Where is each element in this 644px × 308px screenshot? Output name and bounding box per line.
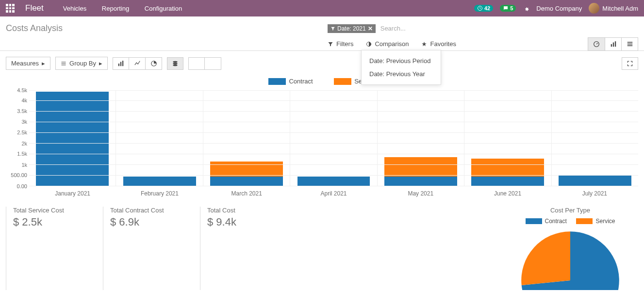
- svg-point-18: [173, 64, 177, 66]
- y-tick: 3.5k: [17, 108, 27, 114]
- filters-button[interactable]: Filters: [328, 40, 353, 48]
- chart-legend: Contract Service: [0, 76, 644, 90]
- line-chart-button[interactable]: [129, 57, 146, 70]
- company-switcher[interactable]: Demo Company: [536, 5, 582, 12]
- bar-column: [203, 90, 290, 186]
- y-tick: 0.00: [17, 183, 27, 189]
- pie-legend-service[interactable]: Service: [576, 218, 615, 225]
- pie-slice-service[interactable]: [521, 231, 570, 285]
- card-contract-cost: Total Contract Cost $ 6.9k: [103, 207, 200, 290]
- main-menu: Vehicles Reporting Configuration: [63, 5, 196, 12]
- user-menu[interactable]: Mitchell Adm: [589, 3, 638, 14]
- svg-rect-11: [62, 65, 66, 65]
- svg-point-17: [173, 63, 177, 65]
- pie-legend-contract[interactable]: Contract: [526, 218, 567, 225]
- apps-icon[interactable]: [6, 4, 15, 13]
- view-graph-button[interactable]: [605, 38, 621, 50]
- view-dashboard-button[interactable]: [588, 38, 605, 50]
- y-tick: 2k: [21, 141, 27, 146]
- stacked-button[interactable]: [167, 57, 183, 70]
- svg-rect-7: [627, 44, 632, 45]
- fullscreen-button[interactable]: [622, 57, 638, 70]
- bar-segment-contract[interactable]: [559, 175, 631, 186]
- y-tick: 3k: [21, 119, 27, 125]
- bar-segment-contract[interactable]: [297, 177, 370, 185]
- search-options-row: Filters Comparison Favorites Date: Previ…: [0, 37, 644, 50]
- bar-segment-service[interactable]: [471, 159, 544, 177]
- search-filter-chip[interactable]: Date: 2021 ✕: [328, 24, 376, 33]
- search-input[interactable]: [380, 25, 638, 32]
- measures-button[interactable]: Measures▸: [6, 57, 50, 70]
- bar-chart-button[interactable]: [113, 57, 129, 70]
- page-header: Costs Analysis Date: 2021 ✕: [0, 16, 644, 37]
- y-tick: 1k: [21, 162, 27, 168]
- swatch-icon: [526, 218, 542, 224]
- app-brand[interactable]: Fleet: [25, 3, 44, 13]
- favorites-button[interactable]: Favorites: [421, 40, 456, 48]
- legend-contract[interactable]: Contract: [268, 78, 313, 85]
- y-tick: 4k: [21, 97, 27, 103]
- chip-remove-icon[interactable]: ✕: [368, 25, 373, 32]
- bar-column: [116, 90, 203, 186]
- messages-badge[interactable]: 5: [500, 5, 516, 12]
- graph-toolbar: Measures▸ Group By▸: [0, 51, 644, 76]
- card-service-cost: Total Service Cost $ 2.5k: [6, 207, 103, 290]
- bar-segment-contract[interactable]: [471, 177, 544, 185]
- chart-type-group: [113, 57, 162, 70]
- bar-column: [378, 90, 464, 186]
- bar-segment-service[interactable]: [384, 157, 457, 177]
- pie-legend: Contract Service: [502, 218, 638, 226]
- bar-column: [290, 90, 377, 186]
- comparison-option-previous-year[interactable]: Date: Previous Year: [362, 67, 441, 81]
- menu-vehicles[interactable]: Vehicles: [63, 5, 86, 12]
- bar-segment-contract[interactable]: [123, 177, 196, 185]
- debug-icon[interactable]: [523, 4, 529, 13]
- user-name: Mitchell Adm: [602, 5, 638, 12]
- x-tick: February 2021: [116, 190, 203, 197]
- top-navbar: Fleet Vehicles Reporting Configuration 4…: [0, 0, 644, 16]
- y-tick: 2.5k: [17, 130, 27, 135]
- comparison-dropdown: Date: Previous Period Date: Previous Yea…: [361, 50, 441, 85]
- swatch-icon: [576, 218, 593, 224]
- x-tick: January 2021: [29, 190, 116, 197]
- activity-count: 42: [484, 5, 490, 11]
- x-tick: July 2021: [551, 190, 638, 197]
- activity-badge[interactable]: 42: [474, 5, 493, 12]
- svg-rect-6: [627, 42, 632, 43]
- svg-rect-5: [614, 41, 615, 47]
- pie-chart-button[interactable]: [146, 57, 162, 70]
- menu-reporting[interactable]: Reporting: [102, 5, 129, 12]
- swatch-icon: [268, 78, 286, 85]
- view-list-button[interactable]: [621, 38, 638, 50]
- y-tick: 1.5k: [17, 151, 27, 157]
- page-title: Costs Analysis: [6, 23, 63, 33]
- bar-segment-contract[interactable]: [36, 92, 109, 186]
- sort-desc-button[interactable]: [188, 57, 205, 70]
- svg-rect-13: [120, 62, 121, 66]
- comparison-option-previous-period[interactable]: Date: Previous Period: [362, 54, 441, 67]
- y-tick: 500.00: [11, 172, 27, 178]
- bar-segment-contract[interactable]: [384, 177, 457, 185]
- x-tick: May 2021: [377, 190, 464, 197]
- chip-label: Date: 2021: [337, 25, 366, 32]
- messages-count: 5: [510, 5, 513, 11]
- view-switcher: [588, 37, 638, 51]
- caret-right-icon: ▸: [99, 60, 102, 67]
- group-by-button[interactable]: Group By▸: [55, 57, 108, 70]
- bar-column: [464, 90, 551, 186]
- bar-chart: 4.5k4k3.5k3k2.5k2k1.5k1k500.000.00 Janua…: [0, 90, 644, 197]
- comparison-button[interactable]: Comparison: [366, 40, 409, 48]
- x-tick: June 2021: [464, 190, 551, 197]
- svg-rect-3: [611, 44, 611, 47]
- avatar: [589, 3, 599, 14]
- sort-group: [188, 57, 221, 70]
- bar-segment-contract[interactable]: [210, 177, 283, 185]
- svg-rect-14: [122, 61, 123, 66]
- search-bar: Date: 2021 ✕: [328, 24, 638, 33]
- svg-rect-4: [612, 43, 613, 47]
- y-tick: 4.5k: [17, 87, 27, 93]
- svg-rect-8: [627, 45, 632, 46]
- swatch-icon: [334, 78, 351, 85]
- sort-asc-button[interactable]: [205, 57, 221, 70]
- menu-configuration[interactable]: Configuration: [145, 5, 182, 12]
